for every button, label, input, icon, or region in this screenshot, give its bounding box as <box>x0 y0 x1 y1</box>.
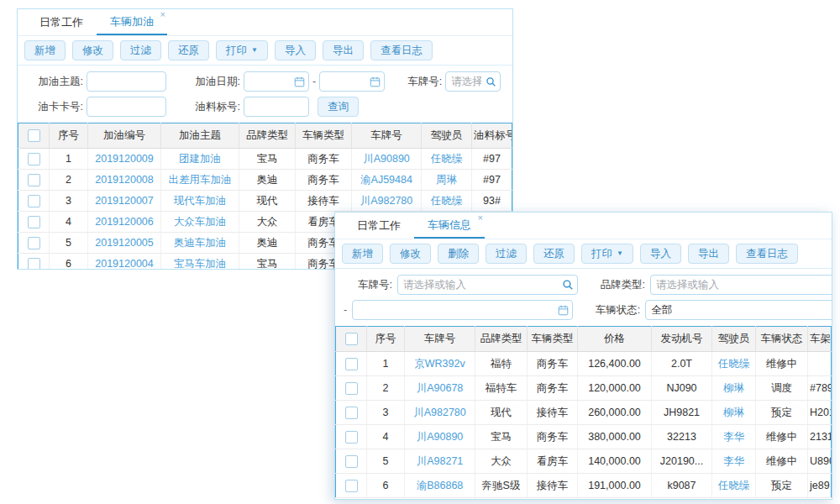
restore-button[interactable]: 还原 <box>168 40 209 60</box>
table-link-cell[interactable]: 2019120005 <box>88 233 161 254</box>
oil-card-input[interactable] <box>87 97 166 117</box>
table-cell: 现代 <box>475 401 528 425</box>
modify-button[interactable]: 修改 <box>390 244 431 264</box>
table-link-cell[interactable]: 川A982780 <box>405 401 475 425</box>
row-checkbox[interactable] <box>345 407 358 419</box>
purchase-date-end-input[interactable] <box>352 300 573 320</box>
table-link-cell[interactable]: 李华 <box>712 425 756 449</box>
checkbox-cell <box>336 352 367 376</box>
filter-button[interactable]: 过滤 <box>486 244 527 264</box>
table-link-cell[interactable]: 柳琳 <box>712 401 756 425</box>
table-cell: 接待车 <box>528 474 578 498</box>
column-header: 车牌号 <box>352 123 422 149</box>
row-checkbox[interactable] <box>28 258 40 270</box>
table-cell: 福特车 <box>475 376 528 401</box>
row-checkbox[interactable] <box>345 382 358 395</box>
brand-type-input[interactable] <box>650 275 832 295</box>
row-checkbox[interactable] <box>345 358 358 370</box>
tab-label: 日常工作 <box>357 218 401 234</box>
view-log-button[interactable]: 查看日志 <box>370 40 433 60</box>
table-link-cell[interactable]: 任晓缲 <box>712 352 756 376</box>
table-cell: 宝马 <box>239 254 296 270</box>
fuel-subject-input[interactable] <box>87 71 166 92</box>
import-button[interactable]: 导入 <box>640 244 681 264</box>
table-link-cell[interactable]: 渝B86868 <box>405 474 475 498</box>
table-link-cell[interactable]: 周琳 <box>422 170 472 191</box>
table-link-cell[interactable]: 2019120007 <box>88 191 161 212</box>
table-link-cell[interactable]: 李华 <box>712 449 756 474</box>
table-link-cell[interactable]: 川A982780 <box>352 191 422 212</box>
table-link-cell[interactable]: 2019120009 <box>88 149 161 170</box>
print-button[interactable]: 打印▼ <box>216 40 268 60</box>
calendar-icon[interactable] <box>294 76 305 87</box>
close-icon[interactable]: × <box>160 10 165 19</box>
table-link-cell[interactable]: 任晓缲 <box>712 474 756 498</box>
table-link-cell[interactable]: 川A90890 <box>352 149 422 170</box>
row-checkbox[interactable] <box>28 174 40 186</box>
table-link-cell[interactable]: 任晓缲 <box>422 149 472 170</box>
search-icon[interactable] <box>562 279 574 291</box>
filter-button[interactable]: 过滤 <box>120 40 161 60</box>
row-checkbox[interactable] <box>28 216 40 228</box>
filter-form: 车牌号: 品牌类型: - 车辆状态: <box>335 269 832 326</box>
table-link-cell[interactable]: 现代车加油 <box>161 191 239 212</box>
row-checkbox[interactable] <box>28 153 40 165</box>
table-link-cell[interactable]: 渝AJ59484 <box>352 170 422 191</box>
close-icon[interactable]: × <box>478 213 483 223</box>
calendar-icon[interactable] <box>558 305 569 316</box>
column-header: 驾驶员 <box>422 123 472 149</box>
table-link-cell[interactable]: 京WR392v <box>405 352 475 376</box>
table-link-cell[interactable]: 2019120008 <box>88 170 161 191</box>
column-header: 车牌号 <box>405 327 475 352</box>
table-link-cell[interactable]: 团建加油 <box>161 149 239 170</box>
table-cell: 2 <box>50 170 88 191</box>
export-button[interactable]: 导出 <box>323 40 364 60</box>
filter-row: 车牌号: 品牌类型: <box>342 272 832 297</box>
export-button[interactable]: 导出 <box>688 244 729 264</box>
row-checkbox[interactable] <box>345 480 358 492</box>
import-button[interactable]: 导入 <box>275 40 316 60</box>
table-link-cell[interactable]: 出差用车加油 <box>161 170 239 191</box>
tab-vehicle-info[interactable]: 车辆信息 × <box>414 213 485 239</box>
vehicle-status-select[interactable] <box>645 300 832 320</box>
search-icon[interactable] <box>486 76 496 87</box>
column-header: 油料标号 <box>472 123 512 149</box>
tab-daily-work[interactable]: 日常工作 <box>344 213 414 239</box>
table-link-cell[interactable]: 川A98271 <box>405 449 475 474</box>
select-all-checkbox[interactable] <box>345 333 358 345</box>
delete-button[interactable]: 删除 <box>438 244 479 264</box>
table-link-cell[interactable]: 川A90678 <box>405 376 475 401</box>
table-link-cell[interactable]: 奥迪车加油 <box>161 233 239 254</box>
fuel-subject-label: 加油主题: <box>26 75 83 89</box>
brand-type-field <box>650 275 832 295</box>
row-checkbox[interactable] <box>28 195 40 207</box>
table-link-cell[interactable]: 任晓缲 <box>422 191 472 212</box>
table-link-cell[interactable]: 宝马车加油 <box>161 254 239 270</box>
view-log-button[interactable]: 查看日志 <box>736 244 798 264</box>
table-link-cell[interactable]: 柳琳 <box>712 376 756 401</box>
table-cell: 商务车 <box>296 170 352 191</box>
fuel-grade-label: 油料标号: <box>183 100 240 114</box>
row-checkbox[interactable] <box>28 237 40 249</box>
table-link-cell[interactable]: 2019120006 <box>88 212 161 233</box>
fuel-grade-input[interactable] <box>244 97 309 117</box>
add-button[interactable]: 新增 <box>342 244 383 264</box>
table-cell: 5 <box>367 449 405 474</box>
add-button[interactable]: 新增 <box>24 40 66 60</box>
table-link-cell[interactable]: 大众车加油 <box>161 212 239 233</box>
select-all-checkbox[interactable] <box>28 129 40 142</box>
tab-daily-work[interactable]: 日常工作 <box>26 9 97 35</box>
restore-button[interactable]: 还原 <box>533 244 575 264</box>
checkbox-cell <box>18 233 50 254</box>
table-link-cell[interactable]: 川A90890 <box>405 425 475 449</box>
modify-button[interactable]: 修改 <box>72 40 113 60</box>
row-checkbox[interactable] <box>345 431 358 444</box>
print-button[interactable]: 打印▼ <box>581 244 633 264</box>
table-link-cell[interactable]: 2019120004 <box>88 254 161 270</box>
calendar-icon[interactable] <box>370 76 381 87</box>
table-cell: 接待车 <box>296 191 352 212</box>
query-button[interactable]: 查询 <box>318 97 359 117</box>
row-checkbox[interactable] <box>345 455 358 468</box>
tab-vehicle-fuel[interactable]: 车辆加油 × <box>97 9 167 35</box>
plate-search-input[interactable] <box>397 275 578 295</box>
